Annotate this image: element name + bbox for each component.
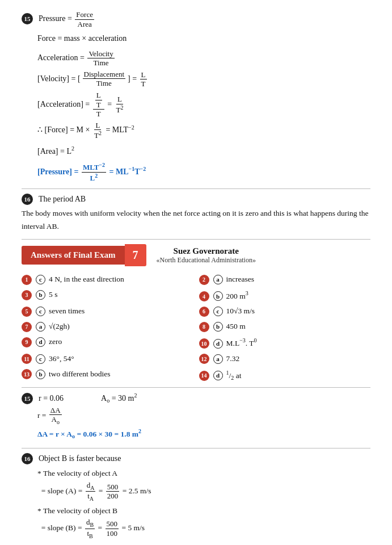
r-val: r = 0.06: [39, 394, 64, 403]
answer-num-3: 3: [22, 290, 32, 300]
answer-item-13: 13 b two different bodies: [22, 368, 193, 383]
answer-item-4: 4 b 200 m3: [199, 288, 371, 303]
answer-item-11: 11 c 36°, 54°: [22, 353, 193, 366]
vel-b-eq: = slope (B) = dBtB = 500100 = 5 m/s: [37, 518, 370, 539]
answer-letter-1: c: [36, 275, 45, 284]
gov-title: Suez Governorate: [157, 246, 256, 256]
answer-num-2: 2: [199, 275, 209, 285]
pressure-dim: [Pressure] = MLT−2L2 = ML−1T−2: [37, 162, 370, 183]
vel-a-eq: = slope (A) = dAtA = 500200 = 2.5 m/s: [37, 481, 370, 502]
section-16-header: 16 The period AB: [22, 194, 370, 205]
answer-item-2: 2 a increases: [199, 273, 371, 286]
divider-2: [22, 239, 370, 240]
section-number-15: 15: [22, 13, 33, 24]
answer-item-1: 1 c 4 N, in the east direction: [22, 273, 193, 286]
velocity-block: * The velocity of object A = slope (A) =…: [37, 466, 370, 545]
section-15-header: 15 Pressure = ForceArea: [22, 10, 370, 28]
pressure-eq: Pressure = ForceArea: [39, 10, 95, 28]
answer-letter-12: a: [213, 354, 223, 364]
answer-text-6: 10√3 m/s: [226, 305, 255, 318]
answer-item-5: 5 c seven times: [22, 305, 193, 318]
section-number-16b: 16: [22, 453, 33, 464]
answer-item-6: 6 c 10√3 m/s: [199, 305, 371, 318]
answer-letter-6: c: [213, 307, 223, 316]
exam-banner-number: 7: [125, 244, 146, 266]
answer-item-12: 12 a 7.32: [199, 353, 371, 366]
answer-letter-10: d: [213, 339, 223, 349]
section-number-15b: 15: [22, 393, 33, 404]
answer-text-14: 1/2 at: [226, 368, 242, 383]
acceleration-eq: Acceleration = VelocityTime: [37, 49, 370, 68]
force-eq: Force = mass × acceleration: [37, 30, 370, 47]
calc-block: r = ΔAAo ΔA = r × Ao = 0.06 × 30 = 1.8 m…: [37, 406, 370, 442]
section-16-vel-title: Object B is faster because: [39, 454, 121, 463]
answer-num-8: 8: [199, 322, 209, 332]
math-formulas-block: Force = mass × acceleration Acceleration…: [37, 30, 370, 183]
answer-text-3: 5 s: [49, 288, 57, 301]
answer-num-11: 11: [22, 354, 32, 364]
ao-val: Ao = 30 m2: [101, 392, 137, 404]
section-15-calc: 15 r = 0.06 Ao = 30 m2 r = ΔAAo ΔA = r ×…: [22, 392, 370, 442]
answer-text-5: seven times: [49, 305, 85, 318]
section-15-formulas: 15 Pressure = ForceArea Force = mass × a…: [22, 10, 370, 183]
answer-item-7: 7 a √(2gh): [22, 320, 193, 333]
answer-num-14: 14: [199, 371, 209, 381]
answer-num-6: 6: [199, 307, 209, 317]
answer-num-12: 12: [199, 354, 209, 364]
divider-3: [22, 387, 370, 388]
answer-text-2: increases: [226, 273, 254, 286]
answer-letter-8: b: [213, 322, 223, 332]
section-16-title: The period AB: [39, 195, 86, 204]
gov-sub: «North Educational Administration»: [157, 256, 256, 265]
area-dim: [Area] = L2: [37, 142, 370, 160]
r-eq: r = ΔAAo: [37, 406, 370, 426]
answer-text-10: M.L−3. T0: [226, 336, 257, 350]
answer-letter-5: c: [36, 307, 45, 316]
answer-letter-7: a: [36, 322, 45, 332]
answer-num-9: 9: [22, 337, 32, 347]
answer-text-13: two different bodies: [49, 368, 110, 381]
answer-item-10: 10 d M.L−3. T0: [199, 336, 371, 350]
answer-letter-2: a: [213, 275, 223, 284]
answer-num-1: 1: [22, 275, 32, 285]
answer-text-11: 36°, 54°: [49, 353, 74, 366]
section-16-velocity: 16 Object B is faster because * The velo…: [22, 453, 370, 545]
answer-item-9: 9 d zero: [22, 336, 193, 350]
answer-text-8: 450 m: [226, 320, 246, 333]
acceleration-dim: [Acceleration] = LT T = LT2: [37, 91, 370, 119]
vel-b-label: * The velocity of object B: [37, 504, 370, 518]
answer-num-10: 10: [199, 338, 209, 349]
section-16-body: The body moves with uniform velocity whe…: [22, 207, 370, 233]
answer-item-14: 14 d 1/2 at: [199, 368, 371, 383]
answer-num-4: 4: [199, 291, 209, 301]
answer-text-7: √(2gh): [49, 320, 70, 333]
answer-text-9: zero: [49, 336, 62, 349]
page: 15 Pressure = ForceArea Force = mass × a…: [0, 0, 392, 545]
exam-banner-gov: Suez Governorate «North Educational Admi…: [157, 246, 256, 265]
divider-1: [22, 188, 370, 189]
answer-text-1: 4 N, in the east direction: [49, 273, 124, 286]
answer-item-8: 8 b 450 m: [199, 320, 371, 333]
section-number-16: 16: [22, 194, 33, 205]
answer-letter-4: b: [213, 291, 223, 301]
answer-letter-13: b: [36, 370, 45, 379]
section-16-period: 16 The period AB The body moves with uni…: [22, 194, 370, 233]
answer-num-5: 5: [22, 307, 32, 317]
answer-text-4: 200 m3: [226, 288, 248, 303]
answer-letter-9: d: [36, 337, 45, 347]
answer-item-3: 3 b 5 s: [22, 288, 193, 303]
answer-num-13: 13: [22, 369, 32, 379]
force-dim: ∴ [Force] = M × LT2 = MLT−2: [37, 121, 370, 141]
divider-4: [22, 448, 370, 448]
answer-letter-14: d: [213, 371, 223, 380]
answers-grid: 1 c 4 N, in the east direction 2 a incre…: [22, 273, 370, 383]
vel-a-label: * The velocity of object A: [37, 466, 370, 481]
conclusion-1: ∴ so the velocity of B > the velocity of…: [37, 542, 370, 545]
velocity-dim: [Velocity] = [DisplacementTime] = LT: [37, 70, 370, 89]
delta-eq: ΔA = r × Ao = 0.06 × 30 = 1.8 m2: [37, 426, 370, 442]
answer-letter-11: c: [36, 354, 45, 364]
section-15-calc-header: 15 r = 0.06 Ao = 30 m2: [22, 392, 370, 404]
answer-letter-3: b: [36, 290, 45, 300]
section-16-vel-header: 16 Object B is faster because: [22, 453, 370, 464]
exam-banner-label: Answers of Final Exam: [22, 246, 125, 265]
